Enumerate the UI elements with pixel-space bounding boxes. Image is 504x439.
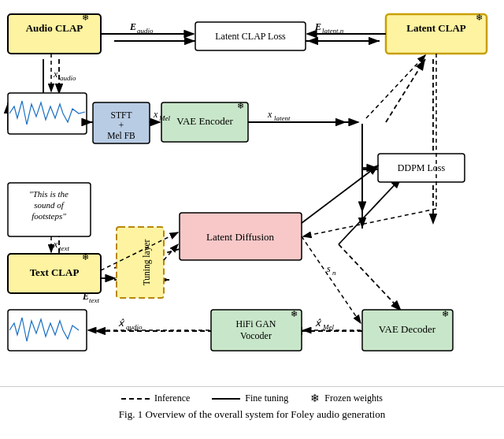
svg-text:"This is the: "This is the xyxy=(29,189,69,199)
svg-text:s: s xyxy=(327,263,331,274)
svg-text:❄: ❄ xyxy=(291,309,298,318)
svg-rect-62 xyxy=(8,310,87,351)
svg-text:E: E xyxy=(129,21,136,32)
svg-text:STFT: STFT xyxy=(111,110,132,120)
svg-text:E: E xyxy=(82,291,89,302)
svg-text:VAE Encoder: VAE Encoder xyxy=(176,115,233,127)
svg-text:x̂: x̂ xyxy=(118,318,125,329)
svg-text:text: text xyxy=(59,244,69,252)
svg-text:Vocoder: Vocoder xyxy=(240,330,272,341)
svg-text:sound of: sound of xyxy=(34,200,65,210)
svg-text:Latent CLAP Loss: Latent CLAP Loss xyxy=(215,31,286,42)
svg-text:HiFi GAN: HiFi GAN xyxy=(235,318,276,329)
svg-rect-29 xyxy=(386,14,487,54)
svg-text:+: + xyxy=(119,121,124,130)
legend-row: Inference Fine tuning ❄ Frozen weights xyxy=(121,392,383,405)
svg-text:❄: ❄ xyxy=(82,252,89,262)
svg-text:audio: audio xyxy=(126,323,143,331)
svg-text:Mel: Mel xyxy=(322,323,334,331)
svg-text:❄: ❄ xyxy=(476,13,483,22)
svg-text:footsteps": footsteps" xyxy=(32,211,66,221)
svg-line-80 xyxy=(366,55,425,118)
svg-line-93 xyxy=(303,209,436,236)
svg-line-94 xyxy=(302,236,361,323)
svg-text:Mel: Mel xyxy=(158,114,170,122)
figure-caption: Fig. 1 Overview of the overall system fo… xyxy=(119,408,385,421)
svg-text:Latent Diffusion: Latent Diffusion xyxy=(206,231,275,243)
svg-text:text: text xyxy=(89,296,99,304)
svg-text:n: n xyxy=(332,269,336,277)
svg-text:Tuning layer: Tuning layer xyxy=(142,239,152,285)
frozen-label: Frozen weights xyxy=(324,392,383,404)
svg-text:x: x xyxy=(53,69,58,80)
svg-text:x: x xyxy=(153,109,158,120)
svg-text:❄: ❄ xyxy=(237,101,244,110)
frozen-snowflake-icon: ❄ xyxy=(310,392,320,405)
svg-text:Audio CLAP: Audio CLAP xyxy=(26,22,83,34)
legend-fine-tuning: Fine tuning xyxy=(212,392,288,404)
svg-rect-34 xyxy=(8,93,87,134)
fine-tuning-line-icon xyxy=(212,398,240,400)
svg-text:latent: latent xyxy=(274,114,291,122)
svg-text:Mel FB: Mel FB xyxy=(107,131,135,140)
svg-text:❄: ❄ xyxy=(442,309,449,318)
legend-inference: Inference xyxy=(121,392,190,404)
svg-text:x: x xyxy=(53,239,58,250)
svg-text:latent,n: latent,n xyxy=(322,27,344,35)
caption-area: Inference Fine tuning ❄ Frozen weights F… xyxy=(0,386,504,439)
svg-text:audio: audio xyxy=(60,74,76,82)
svg-text:DDPM Loss: DDPM Loss xyxy=(398,162,446,173)
inference-line-icon xyxy=(121,398,150,400)
svg-line-91 xyxy=(164,244,178,260)
diagram-container: Audio CLAP ❄ Latent CLAP ❄ Latent CLAP L… xyxy=(0,0,504,386)
main-diagram-svg: Audio CLAP ❄ Latent CLAP ❄ Latent CLAP L… xyxy=(0,0,504,386)
svg-rect-51 xyxy=(117,227,164,298)
svg-text:audio: audio xyxy=(137,27,154,35)
inference-label: Inference xyxy=(154,392,190,404)
svg-text:E: E xyxy=(314,21,321,32)
svg-text:x̂: x̂ xyxy=(315,318,322,329)
svg-text:Text CLAP: Text CLAP xyxy=(30,266,80,278)
svg-text:x: x xyxy=(267,109,272,120)
fine-tuning-label: Fine tuning xyxy=(245,392,288,404)
svg-text:❄: ❄ xyxy=(82,13,89,22)
svg-line-83 xyxy=(302,166,378,223)
svg-text:VAE Decoder: VAE Decoder xyxy=(379,323,436,335)
legend-frozen: ❄ Frozen weights xyxy=(310,392,383,405)
svg-text:Latent CLAP: Latent CLAP xyxy=(406,22,466,34)
